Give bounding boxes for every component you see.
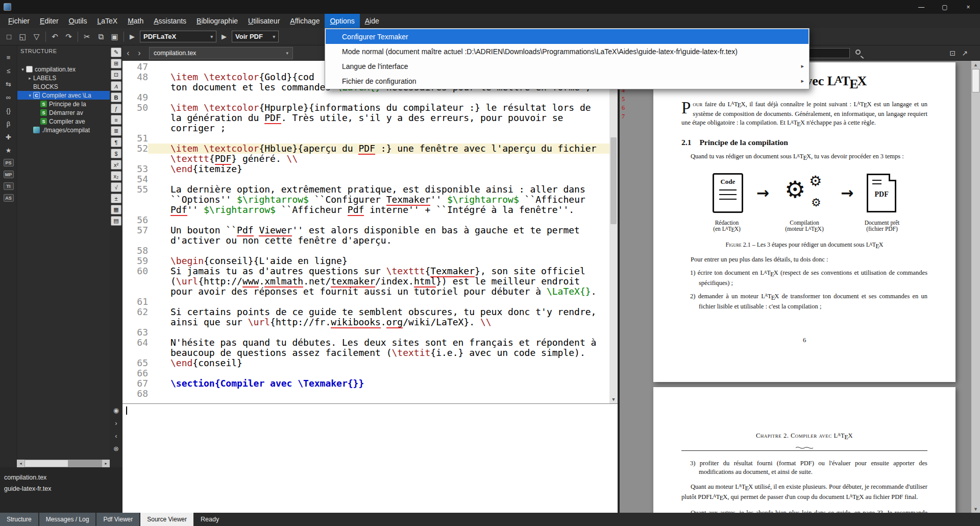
code-line[interactable]: 55La dernière option, extrêmement pratiq…: [122, 184, 618, 195]
code-line[interactable]: corriger ;: [122, 123, 618, 133]
code-line[interactable]: 61: [122, 297, 618, 307]
structure-item[interactable]: SPrincipe de la: [17, 100, 110, 108]
metapost-icon[interactable]: MP: [4, 171, 14, 178]
menu-math[interactable]: Math: [122, 14, 149, 28]
view-select[interactable]: Voir PDF ▾: [232, 31, 279, 42]
tab-prev-icon[interactable]: ‹: [122, 47, 134, 59]
code-line[interactable]: 64N'hésite pas quand tu débutes. Les deu…: [122, 338, 618, 348]
code-line[interactable]: 59\begin{conseil}{L'aide en ligne}: [122, 256, 618, 266]
structure-horizontal-scrollbar[interactable]: ◂ ▸: [17, 460, 110, 467]
menu-assistants[interactable]: Assistants: [149, 14, 191, 28]
picture-icon[interactable]: ▤: [111, 216, 121, 226]
open-file-item[interactable]: guide-latex-fr.tex: [0, 483, 122, 494]
menu-item-configurer-texmaker[interactable]: Configurer Texmaker: [326, 29, 808, 44]
asymptote-icon[interactable]: AS: [4, 194, 14, 202]
menu-editer[interactable]: Editer: [35, 14, 64, 28]
menu-item-langue-interface[interactable]: Langue de l'interface▸: [326, 59, 808, 74]
statusbar-structure[interactable]: Structure: [0, 513, 38, 526]
scroll-up-icon[interactable]: ▲: [971, 61, 980, 68]
code-line[interactable]: 65\end{conseil}: [122, 358, 618, 368]
tabular-wizard-icon[interactable]: ⊞: [111, 59, 121, 68]
source-editor[interactable]: 4748\item \textcolor{Gold}{codton docume…: [122, 61, 618, 403]
code-line[interactable]: \texttt{PDF} généré. \\: [122, 154, 618, 164]
statusbar-source-viewer[interactable]: Source Viewer: [140, 513, 193, 526]
undo-icon[interactable]: ↶: [48, 30, 62, 43]
code-line[interactable]: 52\item \textcolor{Hblue}{aperçu du PDF …: [122, 144, 618, 154]
structure-item[interactable]: BLOCKS: [17, 82, 110, 91]
code-line[interactable]: 66: [122, 368, 618, 378]
code-line[interactable]: Pdf'' $\rightarrow$ ``Afficheur Pdf inte…: [122, 205, 618, 215]
code-line[interactable]: 51: [122, 133, 618, 144]
structure-item[interactable]: ▸LABELS: [17, 74, 110, 82]
menu-aide[interactable]: Aide: [360, 14, 384, 28]
code-line[interactable]: 57Un bouton ``Pdf Viewer'' est alors dis…: [122, 225, 618, 235]
code-line[interactable]: pour avoir des réponses et fournit aussi…: [122, 286, 618, 297]
matrix-icon[interactable]: ▦: [111, 205, 121, 214]
toggle-log-icon[interactable]: ◉: [113, 407, 119, 414]
code-line[interactable]: beaucoup de questions assez facilement (…: [122, 348, 618, 358]
code-line[interactable]: (\url{http://www.xmlmath.net/texmaker/in…: [122, 276, 618, 286]
paste-icon[interactable]: ▣: [108, 30, 121, 43]
code-line[interactable]: 62Si certains points de ce guide te semb…: [122, 307, 618, 317]
statusbar-pdf-viewer[interactable]: Pdf Viewer: [96, 513, 139, 526]
print-icon[interactable]: ⊡: [950, 49, 956, 57]
arrow-symbols-icon[interactable]: ⇆: [2, 79, 15, 88]
view-run-icon[interactable]: ▶: [218, 33, 230, 40]
menu-affichage[interactable]: Affichage: [285, 14, 325, 28]
editor-file-tab[interactable]: compilation.tex ▾: [149, 47, 293, 59]
redo-icon[interactable]: ↷: [62, 30, 76, 43]
editor-scrollbar[interactable]: ▲ ▼: [609, 61, 618, 403]
statusbar-messages-log[interactable]: Messages / Log: [39, 513, 96, 526]
tab-next-icon[interactable]: ›: [134, 47, 145, 59]
code-line[interactable]: 49: [122, 92, 618, 103]
code-line[interactable]: 63: [122, 327, 618, 338]
code-line[interactable]: 50\item \textcolor{Hpurple}{informations…: [122, 103, 618, 113]
open-file-item[interactable]: compilation.tex: [0, 472, 122, 483]
structure-item[interactable]: ./Images/compilat: [17, 126, 110, 134]
superscript-icon[interactable]: x²: [111, 160, 121, 170]
favourite-symbols-icon[interactable]: ★: [2, 146, 15, 155]
scroll-right-icon[interactable]: ▸: [102, 460, 110, 467]
most-used-symbols-icon[interactable]: ✚: [2, 132, 15, 141]
scroll-down-icon[interactable]: ▼: [971, 505, 980, 513]
code-line[interactable]: 68: [122, 389, 618, 399]
open-file-icon[interactable]: ◱: [16, 30, 30, 43]
code-line[interactable]: 54: [122, 174, 618, 184]
code-line[interactable]: la génération du PDF. Très utile, s'il y…: [122, 113, 618, 123]
function-icon[interactable]: ƒ: [111, 104, 121, 113]
pstricks-icon[interactable]: PS: [4, 159, 14, 166]
scrollbar-thumb[interactable]: [610, 137, 617, 224]
code-line[interactable]: ``Options'' $\rightarrow$ ``Configurer T…: [122, 195, 618, 205]
scroll-down-icon[interactable]: ▼: [609, 395, 618, 403]
greek-letters-icon[interactable]: β: [2, 119, 15, 128]
menu-options[interactable]: Options: [325, 14, 359, 28]
previous-item-icon[interactable]: ‹: [115, 432, 117, 440]
close-button[interactable]: ×: [957, 0, 980, 14]
new-file-icon[interactable]: □: [2, 30, 16, 43]
code-line[interactable]: d'activer ou non cette fenêtre d'aperçu.: [122, 235, 618, 246]
subscript-icon[interactable]: x₂: [111, 171, 121, 181]
sqrt-icon[interactable]: √: [111, 182, 121, 192]
menu-fichier[interactable]: Fichier: [3, 14, 35, 28]
menu-latex[interactable]: LaTeX: [92, 14, 122, 28]
copy-icon[interactable]: ⧉: [94, 30, 108, 43]
bold-icon[interactable]: B: [111, 92, 121, 102]
code-line[interactable]: 53\end{itemize}: [122, 164, 618, 174]
tikz-icon[interactable]: TI: [4, 182, 14, 190]
code-line[interactable]: 56: [122, 215, 618, 225]
code-line[interactable]: 60Si jamais tu as d'autres questions sur…: [122, 266, 618, 276]
italic-icon[interactable]: A: [111, 81, 121, 91]
math-mode-icon[interactable]: $: [111, 149, 121, 158]
menu-item-mode-normal[interactable]: Mode normal (document maître actuel :D:\…: [326, 44, 808, 59]
scrollbar-thumb[interactable]: [25, 460, 68, 467]
delimiters-icon[interactable]: {}: [2, 106, 15, 115]
pdf-scrollbar[interactable]: ▲ ▼: [971, 61, 980, 513]
structure-item[interactable]: SCompiler ave: [17, 117, 110, 126]
menu-utilisateur[interactable]: Utilisateur: [243, 14, 285, 28]
code-line[interactable]: ainsi que sur \url{http://fr.wikibooks.o…: [122, 317, 618, 327]
wizard-icon[interactable]: ✎: [111, 47, 121, 57]
array-wizard-icon[interactable]: ⊡: [111, 70, 121, 80]
code-line[interactable]: 67\section{Compiler avec \Texmaker{}}: [122, 378, 618, 389]
scrollbar-thumb[interactable]: [972, 69, 979, 92]
scroll-left-icon[interactable]: ◂: [17, 460, 24, 467]
